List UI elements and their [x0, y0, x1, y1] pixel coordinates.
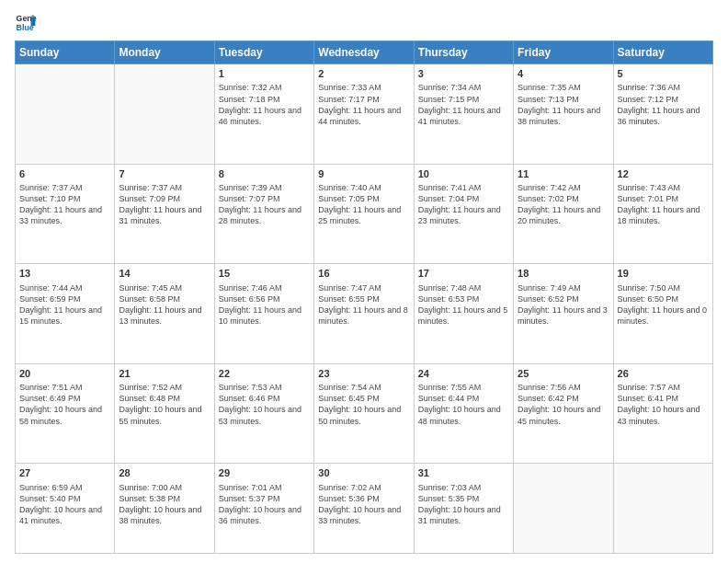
- cell-day-number: 29: [219, 466, 310, 480]
- weekday-header-monday: Monday: [115, 41, 214, 64]
- cell-info: Sunrise: 7:49 AMSunset: 6:52 PMDaylight:…: [518, 282, 609, 327]
- calendar-table: SundayMondayTuesdayWednesdayThursdayFrid…: [15, 40, 713, 554]
- cell-day-number: 27: [19, 466, 110, 480]
- calendar-cell: 8Sunrise: 7:39 AMSunset: 7:07 PMDaylight…: [214, 164, 313, 264]
- weekday-header-sunday: Sunday: [16, 41, 115, 64]
- cell-day-number: 11: [518, 167, 609, 181]
- weekday-header-friday: Friday: [514, 41, 613, 64]
- calendar-cell: 26Sunrise: 7:57 AMSunset: 6:41 PMDayligh…: [613, 363, 712, 464]
- cell-day-number: 20: [19, 367, 110, 381]
- cell-day-number: 30: [318, 466, 409, 480]
- cell-day-number: 18: [518, 267, 609, 281]
- calendar-cell: 31Sunrise: 7:03 AMSunset: 5:35 PMDayligh…: [414, 464, 513, 554]
- calendar-cell: 18Sunrise: 7:49 AMSunset: 6:52 PMDayligh…: [514, 264, 613, 364]
- cell-info: Sunrise: 7:32 AMSunset: 7:18 PMDaylight:…: [219, 82, 310, 127]
- calendar-cell: 28Sunrise: 7:00 AMSunset: 5:38 PMDayligh…: [115, 464, 214, 554]
- cell-info: Sunrise: 7:43 AMSunset: 7:01 PMDaylight:…: [618, 182, 709, 227]
- cell-day-number: 1: [219, 67, 310, 81]
- cell-info: Sunrise: 7:03 AMSunset: 5:35 PMDaylight:…: [418, 482, 509, 527]
- calendar-page: General Blue SundayMondayTuesdayWednesda…: [0, 0, 728, 563]
- calendar-cell: 6Sunrise: 7:37 AMSunset: 7:10 PMDaylight…: [16, 164, 115, 264]
- cell-info: Sunrise: 7:02 AMSunset: 5:36 PMDaylight:…: [318, 482, 409, 527]
- cell-day-number: 9: [318, 167, 409, 181]
- cell-day-number: 17: [418, 267, 509, 281]
- cell-info: Sunrise: 7:56 AMSunset: 6:42 PMDaylight:…: [518, 382, 609, 427]
- cell-info: Sunrise: 7:54 AMSunset: 6:45 PMDaylight:…: [318, 382, 409, 427]
- cell-day-number: 16: [318, 267, 409, 281]
- cell-day-number: 14: [119, 267, 210, 281]
- calendar-cell: 19Sunrise: 7:50 AMSunset: 6:50 PMDayligh…: [613, 264, 712, 364]
- cell-info: Sunrise: 7:48 AMSunset: 6:53 PMDaylight:…: [418, 282, 509, 327]
- logo-icon: General Blue: [15, 11, 37, 33]
- calendar-cell: 1Sunrise: 7:32 AMSunset: 7:18 PMDaylight…: [214, 64, 313, 165]
- calendar-cell: 5Sunrise: 7:36 AMSunset: 7:12 PMDaylight…: [613, 64, 712, 165]
- cell-info: Sunrise: 7:36 AMSunset: 7:12 PMDaylight:…: [618, 82, 709, 127]
- cell-info: Sunrise: 7:34 AMSunset: 7:15 PMDaylight:…: [418, 82, 509, 127]
- cell-info: Sunrise: 7:47 AMSunset: 6:55 PMDaylight:…: [318, 282, 409, 327]
- cell-info: Sunrise: 7:37 AMSunset: 7:09 PMDaylight:…: [119, 182, 210, 227]
- weekday-header-thursday: Thursday: [414, 41, 513, 64]
- cell-day-number: 12: [618, 167, 709, 181]
- weekday-header-row: SundayMondayTuesdayWednesdayThursdayFrid…: [16, 41, 713, 64]
- weekday-header-tuesday: Tuesday: [214, 41, 313, 64]
- cell-day-number: 28: [119, 466, 210, 480]
- cell-day-number: 23: [318, 367, 409, 381]
- cell-day-number: 3: [418, 67, 509, 81]
- cell-info: Sunrise: 7:33 AMSunset: 7:17 PMDaylight:…: [318, 82, 409, 127]
- calendar-cell: 11Sunrise: 7:42 AMSunset: 7:02 PMDayligh…: [514, 164, 613, 264]
- calendar-cell: 25Sunrise: 7:56 AMSunset: 6:42 PMDayligh…: [514, 363, 613, 464]
- cell-info: Sunrise: 7:40 AMSunset: 7:05 PMDaylight:…: [318, 182, 409, 227]
- cell-day-number: 10: [418, 167, 509, 181]
- cell-day-number: 8: [219, 167, 310, 181]
- calendar-cell: [115, 64, 214, 165]
- cell-info: Sunrise: 7:46 AMSunset: 6:56 PMDaylight:…: [219, 282, 310, 327]
- calendar-cell: 10Sunrise: 7:41 AMSunset: 7:04 PMDayligh…: [414, 164, 513, 264]
- calendar-cell: 30Sunrise: 7:02 AMSunset: 5:36 PMDayligh…: [314, 464, 414, 554]
- calendar-week-row: 20Sunrise: 7:51 AMSunset: 6:49 PMDayligh…: [16, 363, 713, 464]
- cell-info: Sunrise: 7:44 AMSunset: 6:59 PMDaylight:…: [19, 282, 110, 327]
- cell-day-number: 22: [219, 367, 310, 381]
- calendar-cell: 13Sunrise: 7:44 AMSunset: 6:59 PMDayligh…: [16, 264, 115, 364]
- weekday-header-saturday: Saturday: [613, 41, 712, 64]
- cell-info: Sunrise: 7:37 AMSunset: 7:10 PMDaylight:…: [19, 182, 110, 227]
- cell-info: Sunrise: 7:57 AMSunset: 6:41 PMDaylight:…: [618, 382, 709, 427]
- cell-day-number: 25: [518, 367, 609, 381]
- calendar-cell: 27Sunrise: 6:59 AMSunset: 5:40 PMDayligh…: [16, 464, 115, 554]
- calendar-cell: 29Sunrise: 7:01 AMSunset: 5:37 PMDayligh…: [214, 464, 313, 554]
- cell-info: Sunrise: 7:52 AMSunset: 6:48 PMDaylight:…: [119, 382, 210, 427]
- calendar-cell: [613, 464, 712, 554]
- calendar-cell: 21Sunrise: 7:52 AMSunset: 6:48 PMDayligh…: [115, 363, 214, 464]
- calendar-cell: 9Sunrise: 7:40 AMSunset: 7:05 PMDaylight…: [314, 164, 414, 264]
- calendar-week-row: 1Sunrise: 7:32 AMSunset: 7:18 PMDaylight…: [16, 64, 713, 165]
- calendar-cell: [514, 464, 613, 554]
- cell-day-number: 15: [219, 267, 310, 281]
- calendar-week-row: 6Sunrise: 7:37 AMSunset: 7:10 PMDaylight…: [16, 164, 713, 264]
- calendar-cell: 4Sunrise: 7:35 AMSunset: 7:13 PMDaylight…: [514, 64, 613, 165]
- calendar-cell: 3Sunrise: 7:34 AMSunset: 7:15 PMDaylight…: [414, 64, 513, 165]
- cell-day-number: 2: [318, 67, 409, 81]
- cell-info: Sunrise: 7:01 AMSunset: 5:37 PMDaylight:…: [219, 482, 310, 527]
- cell-day-number: 5: [618, 67, 709, 81]
- calendar-cell: 17Sunrise: 7:48 AMSunset: 6:53 PMDayligh…: [414, 264, 513, 364]
- calendar-week-row: 13Sunrise: 7:44 AMSunset: 6:59 PMDayligh…: [16, 264, 713, 364]
- svg-marker-2: [31, 17, 36, 26]
- cell-info: Sunrise: 7:45 AMSunset: 6:58 PMDaylight:…: [119, 282, 210, 327]
- cell-info: Sunrise: 7:35 AMSunset: 7:13 PMDaylight:…: [518, 82, 609, 127]
- cell-day-number: 7: [119, 167, 210, 181]
- calendar-cell: 22Sunrise: 7:53 AMSunset: 6:46 PMDayligh…: [214, 363, 313, 464]
- cell-day-number: 4: [518, 67, 609, 81]
- calendar-cell: 2Sunrise: 7:33 AMSunset: 7:17 PMDaylight…: [314, 64, 414, 165]
- logo: General Blue: [15, 11, 42, 33]
- calendar-cell: 16Sunrise: 7:47 AMSunset: 6:55 PMDayligh…: [314, 264, 414, 364]
- cell-info: Sunrise: 7:55 AMSunset: 6:44 PMDaylight:…: [418, 382, 509, 427]
- calendar-cell: 15Sunrise: 7:46 AMSunset: 6:56 PMDayligh…: [214, 264, 313, 364]
- calendar-cell: [16, 64, 115, 165]
- cell-info: Sunrise: 6:59 AMSunset: 5:40 PMDaylight:…: [19, 482, 110, 527]
- calendar-cell: 14Sunrise: 7:45 AMSunset: 6:58 PMDayligh…: [115, 264, 214, 364]
- calendar-cell: 12Sunrise: 7:43 AMSunset: 7:01 PMDayligh…: [613, 164, 712, 264]
- cell-day-number: 26: [618, 367, 709, 381]
- calendar-cell: 23Sunrise: 7:54 AMSunset: 6:45 PMDayligh…: [314, 363, 414, 464]
- weekday-header-wednesday: Wednesday: [314, 41, 414, 64]
- cell-day-number: 6: [19, 167, 110, 181]
- calendar-cell: 24Sunrise: 7:55 AMSunset: 6:44 PMDayligh…: [414, 363, 513, 464]
